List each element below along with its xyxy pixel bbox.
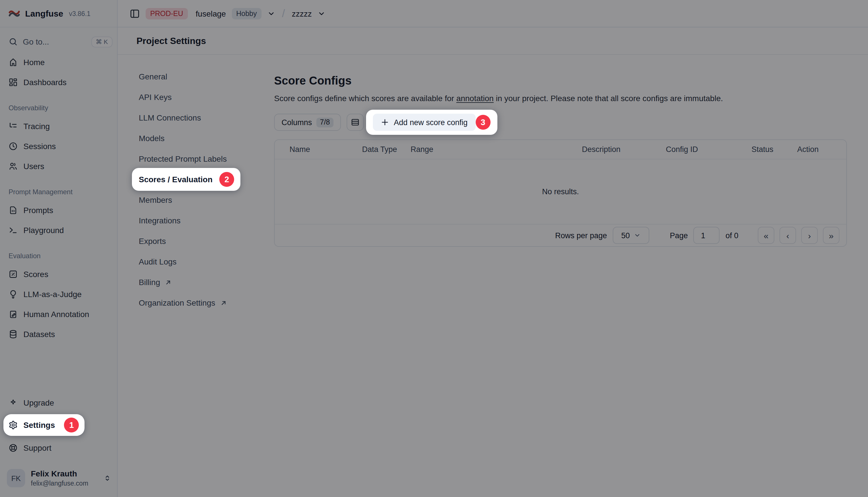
annotation-badge-1: 1 <box>64 417 79 432</box>
add-score-config-highlight: Add new score config 3 <box>366 110 497 135</box>
sidebar-item-settings[interactable]: Settings 1 <box>3 414 85 436</box>
settings-nav-scores-evaluation[interactable]: Scores / Evaluation 2 <box>132 168 241 191</box>
add-button-label: Add new score config <box>394 118 467 127</box>
sidebar-item-label: Settings <box>24 421 55 430</box>
plus-icon <box>381 118 389 126</box>
tutorial-dim-overlay <box>0 0 868 497</box>
gear-icon <box>9 421 18 430</box>
app-window: Langfuse v3.86.1 Go to... ⌘ K Home Dashb… <box>0 0 868 497</box>
annotation-badge-2: 2 <box>219 172 234 187</box>
annotation-badge-3: 3 <box>476 115 491 130</box>
add-score-config-button[interactable]: Add new score config <box>373 114 475 131</box>
nav-item-label: Scores / Evaluation <box>139 175 213 184</box>
